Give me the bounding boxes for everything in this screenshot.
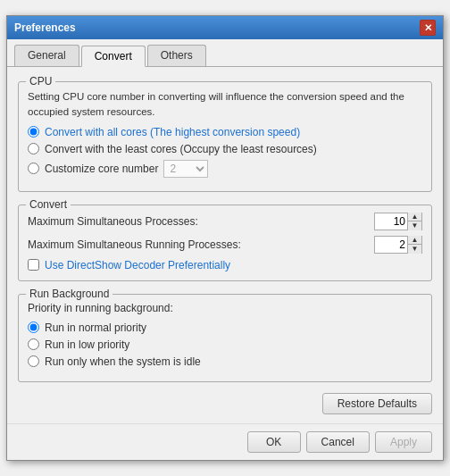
- close-button[interactable]: ✕: [420, 20, 436, 36]
- bg-label-low[interactable]: Run in low priority: [45, 338, 129, 351]
- priority-description: Priority in running background:: [28, 302, 173, 314]
- max-running-buttons: ▲ ▼: [407, 236, 421, 254]
- run-background-group: Run Background Priority in running backg…: [18, 294, 432, 382]
- cpu-label-all[interactable]: Convert with all cores (The highest conv…: [45, 126, 300, 138]
- run-background-label: Run Background: [26, 288, 112, 300]
- cpu-label-custom[interactable]: Customize core number: [45, 163, 158, 175]
- cpu-option-all: Convert with all cores (The highest conv…: [28, 126, 422, 138]
- ok-button[interactable]: OK: [247, 431, 301, 453]
- max-simultaneous-spinner[interactable]: ▲ ▼: [374, 213, 422, 230]
- tab-bar: General Convert Others: [7, 39, 443, 67]
- max-simultaneous-input[interactable]: [375, 213, 407, 230]
- tab-general[interactable]: General: [14, 45, 79, 66]
- core-number-select[interactable]: 2 1 3 4: [163, 160, 208, 178]
- dialog-title: Preferences: [14, 21, 76, 34]
- cpu-group: CPU Setting CPU core number in convertin…: [18, 81, 432, 191]
- cpu-description: Setting CPU core number in converting wi…: [28, 89, 422, 118]
- preferences-dialog: Preferences ✕ General Convert Others CPU…: [6, 15, 444, 460]
- max-simultaneous-buttons: ▲ ▼: [407, 213, 421, 230]
- cpu-radio-all[interactable]: [28, 126, 39, 138]
- directshow-checkbox[interactable]: [28, 259, 39, 271]
- max-running-row: Maximum Simultaneous Running Processes: …: [28, 236, 422, 254]
- cpu-radio-custom[interactable]: [28, 163, 39, 174]
- max-running-down[interactable]: ▼: [407, 245, 421, 254]
- bg-radio-normal[interactable]: [28, 322, 39, 333]
- max-running-input[interactable]: [375, 237, 407, 253]
- cpu-radio-least[interactable]: [28, 143, 39, 154]
- priority-description-row: Priority in running background:: [28, 302, 422, 314]
- restore-row: Restore Defaults: [18, 393, 432, 414]
- bg-radio-idle[interactable]: [28, 355, 39, 367]
- bg-radio-low[interactable]: [28, 338, 39, 350]
- max-running-up[interactable]: ▲: [407, 236, 421, 245]
- convert-group: Convert Maximum Simultaneous Processes: …: [18, 205, 432, 281]
- tab-content: CPU Setting CPU core number in convertin…: [7, 67, 443, 422]
- tab-others[interactable]: Others: [147, 45, 206, 66]
- max-simultaneous-row: Maximum Simultaneous Processes: ▲ ▼: [28, 213, 422, 230]
- bg-label-idle[interactable]: Run only when the system is idle: [45, 355, 201, 368]
- bg-option-low: Run in low priority: [28, 338, 422, 351]
- convert-group-label: Convert: [26, 198, 71, 211]
- max-simultaneous-up[interactable]: ▲: [407, 213, 421, 221]
- directshow-label[interactable]: Use DirectShow Decoder Preferentially: [45, 259, 230, 271]
- bg-option-idle: Run only when the system is idle: [28, 355, 422, 368]
- apply-button[interactable]: Apply: [375, 431, 432, 453]
- cancel-button[interactable]: Cancel: [306, 431, 370, 453]
- title-bar: Preferences ✕: [7, 16, 443, 39]
- tab-convert[interactable]: Convert: [81, 46, 146, 67]
- max-running-label: Maximum Simultaneous Running Processes:: [28, 238, 241, 251]
- cpu-label-least[interactable]: Convert with the least cores (Occupy the…: [45, 143, 317, 155]
- restore-defaults-button[interactable]: Restore Defaults: [322, 393, 432, 414]
- cpu-group-label: CPU: [26, 75, 55, 88]
- max-simultaneous-label: Maximum Simultaneous Processes:: [28, 215, 198, 228]
- cpu-option-least: Convert with the least cores (Occupy the…: [28, 143, 422, 155]
- cpu-option-custom: Customize core number 2 1 3 4: [28, 160, 422, 178]
- directshow-row: Use DirectShow Decoder Preferentially: [28, 259, 422, 271]
- max-simultaneous-down[interactable]: ▼: [407, 221, 421, 230]
- bg-label-normal[interactable]: Run in normal priority: [45, 322, 146, 334]
- bg-option-normal: Run in normal priority: [28, 322, 422, 334]
- dialog-footer: OK Cancel Apply: [7, 423, 443, 460]
- max-running-spinner[interactable]: ▲ ▼: [374, 236, 422, 254]
